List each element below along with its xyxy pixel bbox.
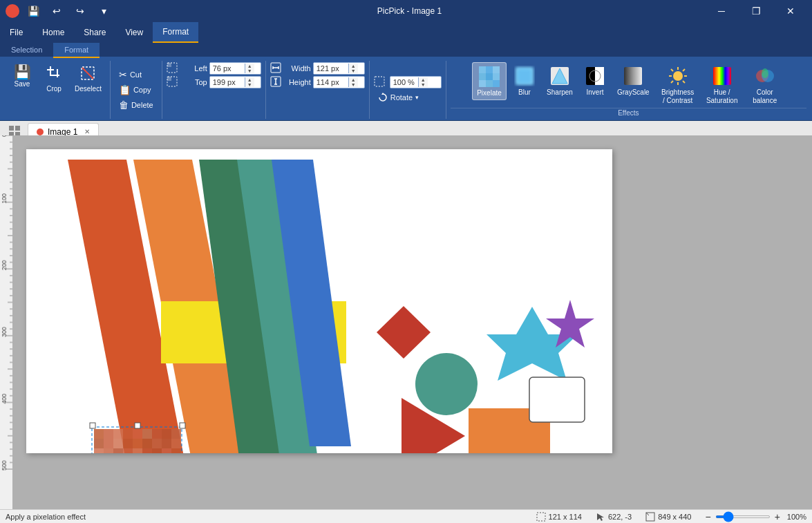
effects-group-label: Effects	[451, 108, 806, 117]
svg-rect-25	[493, 73, 500, 80]
ribbon-content: 💾 Save Crop	[0, 58, 812, 120]
zoom-up[interactable]: ▲	[419, 77, 428, 82]
top-up[interactable]: ▲	[245, 77, 254, 82]
position-icon	[167, 62, 178, 75]
quick-redo[interactable]: ↪	[70, 4, 90, 18]
group-size-content: Width ▲ ▼ Height	[270, 62, 365, 117]
copy-button[interactable]: 📋 Copy	[115, 83, 155, 97]
cut-button[interactable]: ✂ Cut	[115, 68, 146, 82]
deselect-button[interactable]: Deselect	[70, 62, 106, 95]
width-input-wrapper: ▲ ▼	[313, 62, 365, 75]
quick-save[interactable]: 💾	[23, 4, 43, 18]
delete-icon: 🗑	[119, 99, 129, 111]
save-button[interactable]: 💾 Save	[7, 62, 37, 91]
height-up[interactable]: ▲	[349, 77, 358, 82]
svg-rect-18	[375, 77, 384, 86]
minimize-button[interactable]: ─	[706, 0, 737, 22]
menu-file[interactable]: File	[0, 22, 32, 43]
group-save: 💾 Save Crop	[3, 61, 111, 119]
svg-rect-46	[713, 67, 731, 85]
left-input[interactable]	[210, 63, 245, 74]
svg-rect-21	[486, 66, 493, 73]
zoom-down[interactable]: ▼	[419, 82, 428, 87]
top-label: Top	[181, 78, 207, 86]
blur-button[interactable]: Blur	[509, 62, 540, 99]
tab-close-button[interactable]: ✕	[84, 128, 90, 135]
top-input[interactable]	[210, 77, 245, 88]
group-effects: Pixelate Blur	[446, 61, 811, 119]
delete-button[interactable]: 🗑 Delete	[115, 98, 158, 112]
group-position: Left ▲ ▼ Top	[162, 61, 266, 119]
group-position-content: Left ▲ ▼ Top	[167, 62, 261, 117]
svg-rect-26	[479, 80, 486, 87]
rotate-button[interactable]: Rotate ▾	[374, 91, 423, 104]
hue-button[interactable]: Hue /Saturation	[702, 62, 742, 108]
svg-rect-23	[479, 73, 486, 80]
canvas-area[interactable]: Shapes LINE Curved Arrow with text Hello…	[12, 135, 812, 140]
menu-bar: File Home Share View Format	[0, 22, 812, 43]
width-spin: ▲ ▼	[348, 64, 358, 73]
restore-button[interactable]: ❐	[740, 0, 772, 22]
svg-line-42	[671, 69, 673, 71]
svg-rect-27	[486, 80, 493, 87]
height-input[interactable]	[314, 77, 348, 88]
svg-rect-7	[167, 63, 171, 67]
menu-home[interactable]: Home	[32, 22, 74, 43]
svg-line-44	[683, 69, 685, 71]
group-size: Width ▲ ▼ Height	[266, 61, 370, 119]
left-up[interactable]: ▲	[245, 64, 254, 68]
top-icon	[167, 76, 178, 88]
ribbon-tab-format[interactable]: Format	[53, 43, 100, 58]
brightness-button[interactable]: Brightness/ Contrast	[657, 62, 699, 108]
svg-rect-34	[595, 67, 604, 85]
zoom-input-row: ▲ ▼	[374, 76, 442, 88]
svg-line-45	[671, 81, 673, 83]
app-title: PicPick - Image 1	[113, 6, 706, 16]
color-balance-icon	[754, 65, 776, 87]
left-label: Left	[181, 64, 207, 73]
close-button[interactable]: ✕	[775, 0, 806, 22]
svg-rect-20	[479, 66, 486, 73]
top-down[interactable]: ▼	[245, 82, 254, 87]
invert-label: Invert	[586, 88, 603, 96]
quick-undo[interactable]: ↩	[47, 4, 66, 18]
cut-label: Cut	[130, 70, 142, 79]
ribbon-tab-selection[interactable]: Selection	[0, 43, 53, 57]
svg-rect-36	[624, 67, 642, 85]
height-input-wrapper: ▲ ▼	[313, 76, 365, 88]
grayscale-button[interactable]: GrayScale	[613, 62, 654, 99]
color-balance-button[interactable]: Colorbalance	[745, 62, 785, 108]
sharpen-button[interactable]: Sharpen	[542, 62, 577, 99]
left-down[interactable]: ▼	[245, 68, 254, 73]
zoom-spin: ▲ ▼	[418, 77, 428, 87]
group-zoom-content: ▲ ▼ Rotate ▾	[374, 62, 442, 117]
sharpen-label: Sharpen	[547, 88, 573, 96]
menu-view[interactable]: View	[115, 22, 153, 43]
invert-button[interactable]: Invert	[580, 62, 610, 99]
crop-icon	[46, 65, 62, 84]
width-down[interactable]: ▼	[349, 68, 358, 73]
group-clipboard-content: ✂ Cut 📋 Copy 🗑 Delete	[115, 62, 158, 117]
svg-rect-9	[167, 77, 171, 81]
svg-rect-0	[50, 66, 51, 76]
width-input[interactable]	[314, 63, 348, 74]
group-effects-content: Pixelate Blur	[472, 62, 785, 108]
quick-more[interactable]: ▾	[94, 4, 113, 18]
copy-icon: 📋	[119, 84, 131, 95]
zoom-input[interactable]	[390, 77, 418, 88]
width-up[interactable]: ▲	[349, 64, 358, 68]
rotate-chevron: ▾	[415, 94, 419, 101]
top-input-row: Top ▲ ▼	[167, 76, 261, 88]
pixelate-button[interactable]: Pixelate	[472, 62, 507, 100]
menu-share[interactable]: Share	[74, 22, 115, 43]
menu-format[interactable]: Format	[153, 22, 198, 43]
crop-label: Crop	[46, 85, 62, 93]
svg-point-37	[673, 71, 683, 81]
left-input-row: Left ▲ ▼	[167, 62, 261, 75]
hue-label: Hue /Saturation	[706, 88, 738, 105]
crop-button[interactable]: Crop	[39, 62, 69, 95]
cut-icon: ✂	[119, 69, 127, 80]
height-down[interactable]: ▼	[349, 82, 358, 87]
title-bar-left: 💾 ↩ ↪ ▾	[6, 4, 113, 18]
invert-icon	[584, 65, 606, 87]
